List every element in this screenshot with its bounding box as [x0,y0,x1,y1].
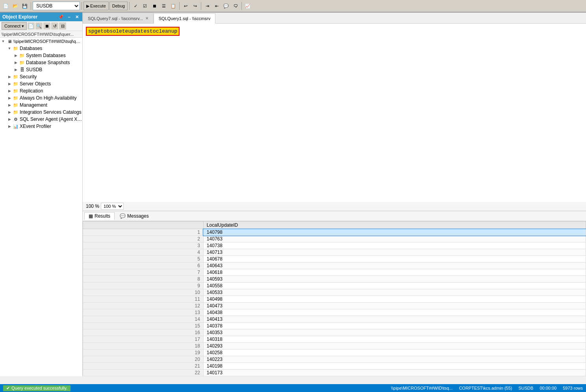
tree-item-integration[interactable]: ▶ 📁 Integration Services Catalogs [0,109,82,116]
expand-susdb[interactable]: ▶ [13,67,19,73]
expand-system-dbs[interactable]: ▶ [13,52,19,59]
tree-item-db-snapshots[interactable]: ▶ 📁 Database Snapshots [0,59,82,66]
table-row[interactable]: 22140173 [83,370,586,376]
table-row[interactable]: 9140558 [83,283,586,289]
tree-item-server[interactable]: ▼ 🖥 \\pipe\MICROSOFT##WID\tsql\quer... [0,38,82,45]
local-update-id-cell[interactable]: 140763 [203,236,586,242]
execute-button[interactable]: ▶ Execute [83,2,109,10]
results-tab-messages[interactable]: 💬 Messages [115,212,153,220]
local-update-id-cell[interactable]: 140293 [203,343,586,349]
collapse-icon[interactable]: ⊟ [59,22,66,30]
expand-always-on[interactable]: ▶ [6,95,13,101]
database-selector[interactable]: SUSDBSUSDB [33,2,80,10]
local-update-id-cell[interactable]: 140438 [203,309,586,316]
table-row[interactable]: 5140678 [83,256,586,263]
local-update-id-cell[interactable]: 140258 [203,349,586,356]
new-query-oe-icon[interactable]: 📄 [28,22,35,30]
local-update-id-cell[interactable]: 140618 [203,269,586,276]
open-file-icon[interactable]: 📂 [11,2,20,10]
tree-item-sql-agent[interactable]: ▶ ⚙ SQL Server Agent (Agent XPs disabl..… [0,116,82,123]
table-row[interactable]: 7140618 [83,269,586,276]
table-row[interactable]: 12140473 [83,303,586,309]
expand-databases[interactable]: ▼ [6,45,13,52]
table-row[interactable]: 14140413 [83,316,586,323]
undo-icon[interactable]: ↩ [181,2,190,10]
local-update-id-cell[interactable]: 140713 [203,249,586,256]
local-update-id-cell[interactable]: 140318 [203,336,586,343]
local-update-id-cell[interactable]: 140413 [203,316,586,323]
local-update-id-cell[interactable]: 140533 [203,289,586,296]
stop-oe-icon[interactable]: ⏹ [43,22,50,30]
pin-icon[interactable]: 📌 [58,14,64,20]
results-grid[interactable]: LocalUpdateID 11407982140763314073841407… [83,221,586,376]
local-update-id-cell[interactable]: 140378 [203,323,586,329]
expand-security[interactable]: ▶ [6,74,13,80]
tree-item-server-objects[interactable]: ▶ 📁 Server Objects [0,80,82,87]
connect-button[interactable]: Connect ▾ [2,22,27,30]
uncomment-icon[interactable]: 🗨 [231,2,240,10]
table-row[interactable]: 18140293 [83,343,586,349]
table-row[interactable]: 19140258 [83,349,586,356]
tree-item-security[interactable]: ▶ 📁 Security [0,73,82,80]
query-editor[interactable]: spgetobsoleteupdatestocleanup [83,24,586,202]
local-update-id-cell[interactable]: 140558 [203,283,586,289]
tree-item-replication[interactable]: ▶ 📁 Replication [0,87,82,94]
local-update-id-cell[interactable]: 140173 [203,370,586,376]
table-row[interactable]: 17140318 [83,336,586,343]
close-panel-icon[interactable]: ✕ [74,14,80,20]
table-row[interactable]: 4140713 [83,249,586,256]
plan-icon[interactable]: 📋 [169,2,178,10]
table-row[interactable]: 2140763 [83,236,586,242]
outdent-icon[interactable]: ⇤ [212,2,221,10]
table-row[interactable]: 10140533 [83,289,586,296]
minimize-icon[interactable]: － [66,14,72,20]
tab-sqlquery7-close[interactable]: ✕ [145,16,148,20]
local-update-id-cell[interactable]: 140353 [203,329,586,336]
table-row[interactable]: 6140643 [83,263,586,269]
local-update-id-cell[interactable]: 140738 [203,242,586,249]
local-update-id-cell[interactable]: 140223 [203,356,586,363]
results-tab-results[interactable]: ▦ Results [84,212,115,220]
local-update-id-cell[interactable]: 140198 [203,363,586,370]
table-row[interactable]: 21140198 [83,363,586,370]
table-row[interactable]: 15140378 [83,323,586,329]
new-query-icon[interactable]: 📄 [2,2,10,10]
table-row[interactable]: 16140353 [83,329,586,336]
tree-item-management[interactable]: ▶ 📁 Management [0,102,82,109]
table-row[interactable]: 3140738 [83,242,586,249]
tree-item-xevent[interactable]: ▶ 📊 XEvent Profiler [0,123,82,130]
stop-icon[interactable]: ⏹ [150,2,159,10]
tree-item-susdb[interactable]: ▶ 🗄 SUSDB [0,66,82,73]
expand-integration[interactable]: ▶ [6,109,13,115]
tab-sqlquery1[interactable]: SQLQuery1.sql - \\sccmsrv [154,13,215,24]
expand-xevent[interactable]: ▶ [6,123,13,129]
expand-management[interactable]: ▶ [6,102,13,108]
parse-icon[interactable]: ☑ [141,2,149,10]
debug-button[interactable]: Debug [109,2,128,10]
tree-item-databases[interactable]: ▼ 📁 Databases [0,45,82,52]
local-update-id-cell[interactable]: 140473 [203,303,586,309]
expand-replication[interactable]: ▶ [6,88,13,94]
table-row[interactable]: 8140593 [83,276,586,283]
table-row[interactable]: 20140223 [83,356,586,363]
check-icon[interactable]: ✓ [131,2,140,10]
expand-sql-agent[interactable]: ▶ [6,116,13,122]
expand-server[interactable]: ▼ [0,38,6,44]
refresh-icon[interactable]: ↺ [51,22,58,30]
local-update-id-cell[interactable]: 140798 [203,229,586,236]
local-update-id-cell[interactable]: 140498 [203,296,586,303]
tab-sqlquery7[interactable]: SQLQuery7.sql - \\sccmsrv... ✕ [83,13,154,23]
filter-icon[interactable]: 🔍 [35,22,43,30]
comment-icon[interactable]: 💬 [222,2,230,10]
local-update-id-cell[interactable]: 140643 [203,263,586,269]
results-icon[interactable]: ☰ [159,2,168,10]
table-row[interactable]: 13140438 [83,309,586,316]
table-row[interactable]: 11140498 [83,296,586,303]
expand-server-objects[interactable]: ▶ [6,81,13,87]
local-update-id-cell[interactable]: 140678 [203,256,586,263]
expand-db-snapshots[interactable]: ▶ [13,59,19,66]
zoom-selector[interactable]: 100 % 75 % 150 % [101,203,124,210]
redo-icon[interactable]: ↪ [191,2,199,10]
save-icon[interactable]: 💾 [20,2,29,10]
local-update-id-header[interactable]: LocalUpdateID [203,222,586,229]
